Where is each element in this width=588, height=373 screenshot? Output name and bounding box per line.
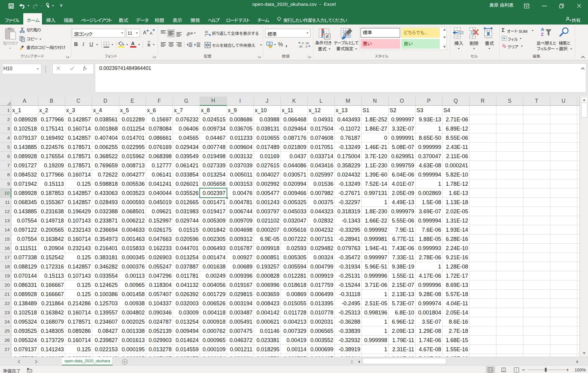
svg-text:ab: ab bbox=[205, 30, 208, 33]
svg-text:c: c bbox=[205, 34, 206, 36]
svg-text:ab: ab bbox=[186, 31, 191, 36]
svg-text:.00: .00 bbox=[305, 42, 309, 45]
svg-text:.00: .00 bbox=[299, 45, 303, 48]
svg-text:.0: .0 bbox=[301, 42, 304, 45]
svg-text:.0: .0 bbox=[305, 45, 307, 48]
